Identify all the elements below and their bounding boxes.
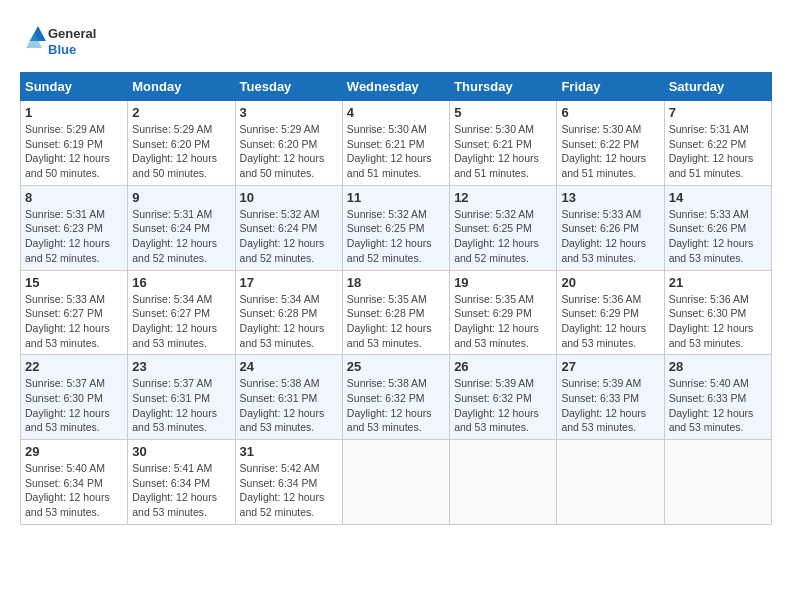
calendar-cell: 4 Sunrise: 5:30 AM Sunset: 6:21 PM Dayli… xyxy=(342,101,449,186)
sunrise-label: Sunrise: 5:33 AM xyxy=(669,208,749,220)
day-info: Sunrise: 5:35 AM Sunset: 6:29 PM Dayligh… xyxy=(454,292,552,351)
calendar-cell: 14 Sunrise: 5:33 AM Sunset: 6:26 PM Dayl… xyxy=(664,185,771,270)
calendar-cell: 3 Sunrise: 5:29 AM Sunset: 6:20 PM Dayli… xyxy=(235,101,342,186)
column-header-friday: Friday xyxy=(557,73,664,101)
day-number: 20 xyxy=(561,275,659,290)
calendar-cell: 29 Sunrise: 5:40 AM Sunset: 6:34 PM Dayl… xyxy=(21,440,128,525)
calendar-cell: 30 Sunrise: 5:41 AM Sunset: 6:34 PM Dayl… xyxy=(128,440,235,525)
sunset-label: Sunset: 6:33 PM xyxy=(561,392,639,404)
calendar-cell: 24 Sunrise: 5:38 AM Sunset: 6:31 PM Dayl… xyxy=(235,355,342,440)
sunrise-label: Sunrise: 5:41 AM xyxy=(132,462,212,474)
column-header-tuesday: Tuesday xyxy=(235,73,342,101)
calendar-cell: 5 Sunrise: 5:30 AM Sunset: 6:21 PM Dayli… xyxy=(450,101,557,186)
calendar-cell: 19 Sunrise: 5:35 AM Sunset: 6:29 PM Dayl… xyxy=(450,270,557,355)
logo-icon: General Blue xyxy=(20,20,120,62)
sunrise-label: Sunrise: 5:38 AM xyxy=(240,377,320,389)
day-info: Sunrise: 5:42 AM Sunset: 6:34 PM Dayligh… xyxy=(240,461,338,520)
sunrise-label: Sunrise: 5:36 AM xyxy=(561,293,641,305)
logo: General Blue xyxy=(20,20,120,62)
calendar-cell: 18 Sunrise: 5:35 AM Sunset: 6:28 PM Dayl… xyxy=(342,270,449,355)
day-info: Sunrise: 5:32 AM Sunset: 6:25 PM Dayligh… xyxy=(454,207,552,266)
day-number: 6 xyxy=(561,105,659,120)
daylight-label: Daylight: 12 hours and 53 minutes. xyxy=(347,407,432,434)
svg-text:General: General xyxy=(48,26,96,41)
daylight-label: Daylight: 12 hours and 53 minutes. xyxy=(132,322,217,349)
calendar-cell xyxy=(557,440,664,525)
daylight-label: Daylight: 12 hours and 51 minutes. xyxy=(347,152,432,179)
sunset-label: Sunset: 6:28 PM xyxy=(347,307,425,319)
column-header-wednesday: Wednesday xyxy=(342,73,449,101)
page-header: General Blue xyxy=(20,20,772,62)
day-number: 4 xyxy=(347,105,445,120)
sunrise-label: Sunrise: 5:31 AM xyxy=(669,123,749,135)
daylight-label: Daylight: 12 hours and 52 minutes. xyxy=(347,237,432,264)
sunrise-label: Sunrise: 5:30 AM xyxy=(454,123,534,135)
sunrise-label: Sunrise: 5:32 AM xyxy=(454,208,534,220)
sunset-label: Sunset: 6:31 PM xyxy=(132,392,210,404)
day-number: 26 xyxy=(454,359,552,374)
day-info: Sunrise: 5:34 AM Sunset: 6:27 PM Dayligh… xyxy=(132,292,230,351)
daylight-label: Daylight: 12 hours and 53 minutes. xyxy=(240,322,325,349)
column-header-monday: Monday xyxy=(128,73,235,101)
day-number: 11 xyxy=(347,190,445,205)
day-number: 15 xyxy=(25,275,123,290)
sunset-label: Sunset: 6:33 PM xyxy=(669,392,747,404)
calendar-week-row: 29 Sunrise: 5:40 AM Sunset: 6:34 PM Dayl… xyxy=(21,440,772,525)
daylight-label: Daylight: 12 hours and 53 minutes. xyxy=(25,322,110,349)
calendar-cell xyxy=(342,440,449,525)
sunset-label: Sunset: 6:29 PM xyxy=(454,307,532,319)
sunrise-label: Sunrise: 5:31 AM xyxy=(25,208,105,220)
day-info: Sunrise: 5:30 AM Sunset: 6:22 PM Dayligh… xyxy=(561,122,659,181)
day-info: Sunrise: 5:38 AM Sunset: 6:32 PM Dayligh… xyxy=(347,376,445,435)
daylight-label: Daylight: 12 hours and 51 minutes. xyxy=(669,152,754,179)
daylight-label: Daylight: 12 hours and 52 minutes. xyxy=(132,237,217,264)
daylight-label: Daylight: 12 hours and 53 minutes. xyxy=(669,322,754,349)
day-info: Sunrise: 5:39 AM Sunset: 6:33 PM Dayligh… xyxy=(561,376,659,435)
day-info: Sunrise: 5:31 AM Sunset: 6:24 PM Dayligh… xyxy=(132,207,230,266)
sunset-label: Sunset: 6:20 PM xyxy=(132,138,210,150)
daylight-label: Daylight: 12 hours and 53 minutes. xyxy=(561,237,646,264)
sunset-label: Sunset: 6:27 PM xyxy=(132,307,210,319)
sunset-label: Sunset: 6:30 PM xyxy=(669,307,747,319)
sunrise-label: Sunrise: 5:29 AM xyxy=(132,123,212,135)
sunrise-label: Sunrise: 5:34 AM xyxy=(132,293,212,305)
day-number: 12 xyxy=(454,190,552,205)
sunrise-label: Sunrise: 5:39 AM xyxy=(561,377,641,389)
sunrise-label: Sunrise: 5:30 AM xyxy=(561,123,641,135)
calendar-cell: 20 Sunrise: 5:36 AM Sunset: 6:29 PM Dayl… xyxy=(557,270,664,355)
daylight-label: Daylight: 12 hours and 52 minutes. xyxy=(240,237,325,264)
daylight-label: Daylight: 12 hours and 51 minutes. xyxy=(561,152,646,179)
calendar-week-row: 15 Sunrise: 5:33 AM Sunset: 6:27 PM Dayl… xyxy=(21,270,772,355)
day-info: Sunrise: 5:40 AM Sunset: 6:34 PM Dayligh… xyxy=(25,461,123,520)
sunset-label: Sunset: 6:30 PM xyxy=(25,392,103,404)
calendar-table: SundayMondayTuesdayWednesdayThursdayFrid… xyxy=(20,72,772,525)
column-header-saturday: Saturday xyxy=(664,73,771,101)
sunset-label: Sunset: 6:34 PM xyxy=(132,477,210,489)
daylight-label: Daylight: 12 hours and 53 minutes. xyxy=(25,491,110,518)
sunset-label: Sunset: 6:34 PM xyxy=(25,477,103,489)
sunrise-label: Sunrise: 5:32 AM xyxy=(240,208,320,220)
daylight-label: Daylight: 12 hours and 53 minutes. xyxy=(669,407,754,434)
sunrise-label: Sunrise: 5:37 AM xyxy=(25,377,105,389)
day-info: Sunrise: 5:34 AM Sunset: 6:28 PM Dayligh… xyxy=(240,292,338,351)
sunset-label: Sunset: 6:22 PM xyxy=(669,138,747,150)
daylight-label: Daylight: 12 hours and 50 minutes. xyxy=(25,152,110,179)
daylight-label: Daylight: 12 hours and 52 minutes. xyxy=(25,237,110,264)
calendar-cell: 25 Sunrise: 5:38 AM Sunset: 6:32 PM Dayl… xyxy=(342,355,449,440)
sunset-label: Sunset: 6:24 PM xyxy=(240,222,318,234)
day-info: Sunrise: 5:40 AM Sunset: 6:33 PM Dayligh… xyxy=(669,376,767,435)
calendar-cell xyxy=(664,440,771,525)
calendar-cell: 27 Sunrise: 5:39 AM Sunset: 6:33 PM Dayl… xyxy=(557,355,664,440)
day-number: 16 xyxy=(132,275,230,290)
sunrise-label: Sunrise: 5:33 AM xyxy=(25,293,105,305)
day-info: Sunrise: 5:37 AM Sunset: 6:31 PM Dayligh… xyxy=(132,376,230,435)
day-number: 21 xyxy=(669,275,767,290)
day-info: Sunrise: 5:31 AM Sunset: 6:22 PM Dayligh… xyxy=(669,122,767,181)
sunrise-label: Sunrise: 5:35 AM xyxy=(454,293,534,305)
daylight-label: Daylight: 12 hours and 53 minutes. xyxy=(454,322,539,349)
calendar-cell: 13 Sunrise: 5:33 AM Sunset: 6:26 PM Dayl… xyxy=(557,185,664,270)
calendar-week-row: 22 Sunrise: 5:37 AM Sunset: 6:30 PM Dayl… xyxy=(21,355,772,440)
sunrise-label: Sunrise: 5:29 AM xyxy=(240,123,320,135)
calendar-cell: 26 Sunrise: 5:39 AM Sunset: 6:32 PM Dayl… xyxy=(450,355,557,440)
sunrise-label: Sunrise: 5:35 AM xyxy=(347,293,427,305)
